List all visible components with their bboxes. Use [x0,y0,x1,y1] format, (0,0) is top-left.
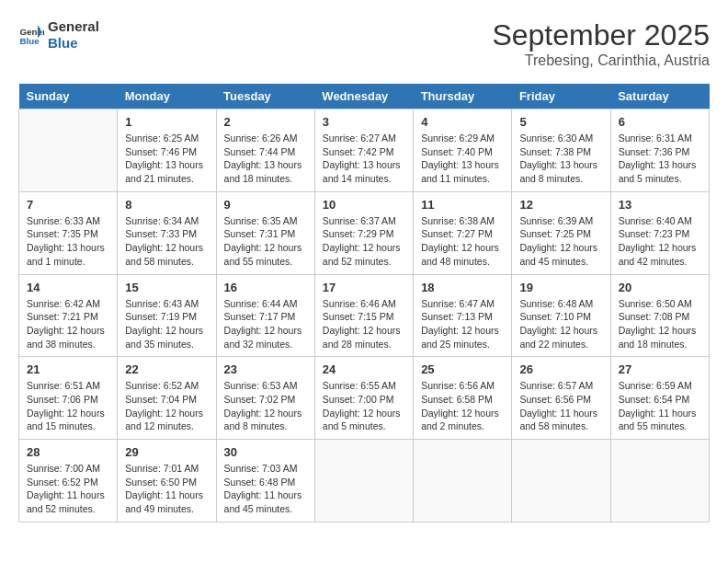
day-number: 17 [323,281,405,294]
day-info: Sunrise: 6:42 AMSunset: 7:21 PMDaylight:… [27,297,109,351]
calendar-day-cell: 24Sunrise: 6:55 AMSunset: 7:00 PMDayligh… [314,357,413,440]
calendar-day-cell: 26Sunrise: 6:57 AMSunset: 6:56 PMDayligh… [512,357,610,440]
day-info: Sunrise: 6:56 AMSunset: 6:58 PMDaylight:… [421,379,504,433]
day-number: 19 [519,281,602,294]
day-number: 16 [224,281,307,294]
calendar-week-row: 28Sunrise: 7:00 AMSunset: 6:52 PMDayligh… [19,440,710,523]
day-number: 4 [421,115,504,129]
day-number: 28 [27,445,109,459]
day-number: 13 [619,198,701,212]
day-number: 2 [224,115,307,129]
day-info: Sunrise: 6:27 AMSunset: 7:42 PMDaylight:… [323,132,405,186]
calendar-week-row: 14Sunrise: 6:42 AMSunset: 7:21 PMDayligh… [19,274,710,357]
day-info: Sunrise: 6:38 AMSunset: 7:27 PMDaylight:… [421,214,504,269]
day-number: 18 [421,281,504,294]
day-of-week-header: Saturday [610,84,709,109]
day-number: 8 [125,198,208,212]
day-number: 20 [619,281,701,294]
day-number: 24 [323,362,405,376]
day-info: Sunrise: 6:47 AMSunset: 7:13 PMDaylight:… [421,297,504,351]
day-info: Sunrise: 6:40 AMSunset: 7:23 PMDaylight:… [619,214,701,269]
calendar-day-cell: 28Sunrise: 7:00 AMSunset: 6:52 PMDayligh… [19,440,118,523]
day-of-week-header: Monday [118,84,216,109]
day-info: Sunrise: 7:01 AMSunset: 6:50 PMDaylight:… [125,462,208,516]
day-info: Sunrise: 6:39 AMSunset: 7:25 PMDaylight:… [519,214,602,269]
logo: General Blue General Blue [18,18,99,52]
day-info: Sunrise: 6:26 AMSunset: 7:44 PMDaylight:… [224,132,307,186]
day-number: 23 [224,362,307,376]
day-number: 15 [125,281,208,294]
calendar-day-cell: 19Sunrise: 6:48 AMSunset: 7:10 PMDayligh… [512,274,610,357]
calendar-day-cell: 13Sunrise: 6:40 AMSunset: 7:23 PMDayligh… [610,191,709,274]
day-info: Sunrise: 6:46 AMSunset: 7:15 PMDaylight:… [323,297,405,351]
logo-blue: Blue [48,35,99,52]
day-number: 30 [224,445,307,459]
day-of-week-header: Friday [512,84,610,109]
calendar-day-cell: 8Sunrise: 6:34 AMSunset: 7:33 PMDaylight… [118,191,216,274]
day-info: Sunrise: 6:59 AMSunset: 6:54 PMDaylight:… [619,379,701,433]
day-info: Sunrise: 6:43 AMSunset: 7:19 PMDaylight:… [125,297,208,351]
day-info: Sunrise: 6:31 AMSunset: 7:36 PMDaylight:… [619,132,701,186]
day-info: Sunrise: 6:53 AMSunset: 7:02 PMDaylight:… [224,379,307,433]
svg-text:Blue: Blue [19,36,40,46]
day-number: 10 [323,198,405,212]
calendar-day-cell: 4Sunrise: 6:29 AMSunset: 7:40 PMDaylight… [414,109,512,192]
calendar-week-row: 21Sunrise: 6:51 AMSunset: 7:06 PMDayligh… [19,357,710,440]
logo-icon: General Blue [18,22,44,48]
calendar-header-row: SundayMondayTuesdayWednesdayThursdayFrid… [19,84,710,109]
day-number: 6 [619,115,701,129]
calendar-day-cell: 12Sunrise: 6:39 AMSunset: 7:25 PMDayligh… [512,191,610,274]
calendar-week-row: 7Sunrise: 6:33 AMSunset: 7:35 PMDaylight… [19,191,710,274]
calendar-day-cell: 3Sunrise: 6:27 AMSunset: 7:42 PMDaylight… [314,109,413,192]
calendar-day-cell: 9Sunrise: 6:35 AMSunset: 7:31 PMDaylight… [216,191,314,274]
calendar-day-cell: 25Sunrise: 6:56 AMSunset: 6:58 PMDayligh… [414,357,512,440]
day-info: Sunrise: 6:55 AMSunset: 7:00 PMDaylight:… [323,379,405,433]
day-number: 25 [421,362,504,376]
day-number: 14 [27,281,109,294]
day-of-week-header: Sunday [19,84,118,109]
page-header: General Blue General Blue September 2025… [18,18,710,69]
logo-general: General [48,18,99,35]
calendar-day-cell [314,440,413,523]
day-number: 3 [323,115,405,129]
day-number: 29 [125,445,208,459]
calendar-day-cell: 29Sunrise: 7:01 AMSunset: 6:50 PMDayligh… [118,440,216,523]
day-info: Sunrise: 6:30 AMSunset: 7:38 PMDaylight:… [519,132,602,186]
calendar-day-cell: 15Sunrise: 6:43 AMSunset: 7:19 PMDayligh… [118,274,216,357]
calendar-day-cell: 21Sunrise: 6:51 AMSunset: 7:06 PMDayligh… [19,357,118,440]
day-info: Sunrise: 6:25 AMSunset: 7:46 PMDaylight:… [125,132,208,186]
calendar-week-row: 1Sunrise: 6:25 AMSunset: 7:46 PMDaylight… [19,109,710,192]
day-info: Sunrise: 6:34 AMSunset: 7:33 PMDaylight:… [125,214,208,269]
day-number: 5 [519,115,602,129]
day-info: Sunrise: 6:50 AMSunset: 7:08 PMDaylight:… [619,297,701,351]
day-of-week-header: Thursday [414,84,512,109]
day-of-week-header: Tuesday [216,84,314,109]
calendar-table: SundayMondayTuesdayWednesdayThursdayFrid… [18,84,710,523]
calendar-day-cell: 14Sunrise: 6:42 AMSunset: 7:21 PMDayligh… [19,274,118,357]
day-number: 26 [519,362,602,376]
calendar-day-cell: 22Sunrise: 6:52 AMSunset: 7:04 PMDayligh… [118,357,216,440]
day-info: Sunrise: 6:29 AMSunset: 7:40 PMDaylight:… [421,132,504,186]
day-info: Sunrise: 7:00 AMSunset: 6:52 PMDaylight:… [27,462,109,516]
day-number: 12 [519,198,602,212]
day-info: Sunrise: 7:03 AMSunset: 6:48 PMDaylight:… [224,462,307,516]
day-number: 22 [125,362,208,376]
day-info: Sunrise: 6:44 AMSunset: 7:17 PMDaylight:… [224,297,307,351]
day-info: Sunrise: 6:33 AMSunset: 7:35 PMDaylight:… [27,214,109,269]
day-info: Sunrise: 6:57 AMSunset: 6:56 PMDaylight:… [519,379,602,433]
day-of-week-header: Wednesday [314,84,413,109]
calendar-day-cell: 1Sunrise: 6:25 AMSunset: 7:46 PMDaylight… [118,109,216,192]
day-number: 9 [224,198,307,212]
calendar-day-cell: 30Sunrise: 7:03 AMSunset: 6:48 PMDayligh… [216,440,314,523]
day-number: 1 [125,115,208,129]
calendar-day-cell [19,109,118,192]
calendar-day-cell: 2Sunrise: 6:26 AMSunset: 7:44 PMDaylight… [216,109,314,192]
calendar-day-cell: 18Sunrise: 6:47 AMSunset: 7:13 PMDayligh… [414,274,512,357]
day-number: 7 [27,198,109,212]
day-info: Sunrise: 6:37 AMSunset: 7:29 PMDaylight:… [323,214,405,269]
calendar-day-cell: 10Sunrise: 6:37 AMSunset: 7:29 PMDayligh… [314,191,413,274]
calendar-day-cell [610,440,709,523]
day-number: 27 [619,362,701,376]
location-subtitle: Trebesing, Carinthia, Austria [492,52,710,69]
calendar-day-cell: 7Sunrise: 6:33 AMSunset: 7:35 PMDaylight… [19,191,118,274]
